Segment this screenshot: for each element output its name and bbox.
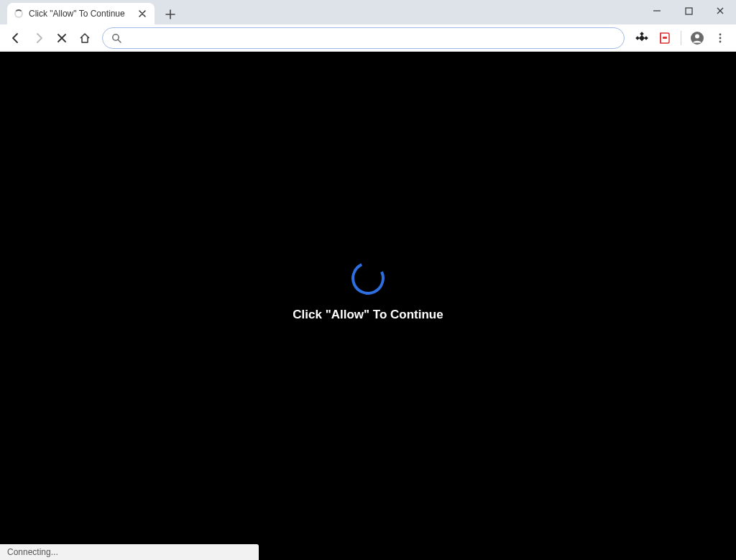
svg-point-11 <box>719 40 722 42</box>
menu-button[interactable] <box>710 28 730 48</box>
svg-rect-6 <box>663 37 667 39</box>
window-controls <box>641 0 736 22</box>
status-bar: Connecting... <box>0 544 259 560</box>
extension-1-icon[interactable] <box>632 28 652 48</box>
loading-spinner-icon <box>14 9 23 18</box>
new-tab-button[interactable] <box>160 4 180 24</box>
svg-point-10 <box>719 37 722 39</box>
back-button[interactable] <box>6 28 26 48</box>
toolbar-divider <box>681 31 681 45</box>
svg-point-8 <box>695 34 699 38</box>
tab-close-button[interactable] <box>137 9 147 19</box>
svg-point-9 <box>719 33 722 35</box>
extension-2-icon[interactable] <box>655 28 675 48</box>
svg-rect-5 <box>639 35 645 40</box>
status-text: Connecting... <box>7 547 58 557</box>
window-close-button[interactable] <box>704 0 736 22</box>
search-icon <box>111 33 121 43</box>
page-content: Click "Allow" To Continue Connecting... <box>0 52 736 560</box>
window-maximize-button[interactable] <box>673 0 704 22</box>
svg-rect-0 <box>686 8 692 14</box>
page-loading-spinner-icon <box>347 257 390 299</box>
forward-button[interactable] <box>29 28 49 48</box>
window-minimize-button[interactable] <box>641 0 673 22</box>
profile-button[interactable] <box>687 28 707 48</box>
page-message: Click "Allow" To Continue <box>293 308 443 322</box>
browser-tab[interactable]: Click "Allow" To Continue <box>7 3 155 24</box>
address-input[interactable] <box>127 32 615 43</box>
home-button[interactable] <box>75 28 95 48</box>
window-titlebar: Click "Allow" To Continue <box>0 0 736 24</box>
tab-title: Click "Allow" To Continue <box>29 9 132 19</box>
address-bar[interactable] <box>102 27 625 49</box>
browser-toolbar <box>0 24 736 52</box>
stop-button[interactable] <box>52 28 72 48</box>
